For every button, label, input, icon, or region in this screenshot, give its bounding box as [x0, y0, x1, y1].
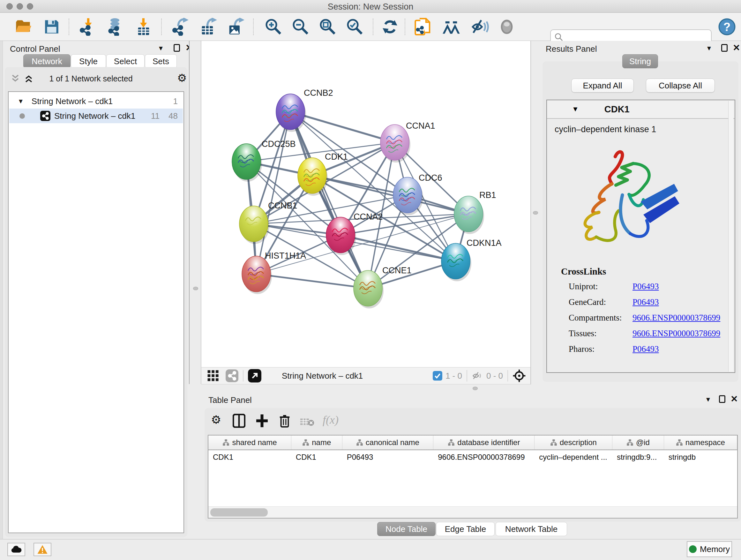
memory-button[interactable]: Memory — [687, 541, 732, 557]
network-node-HIST1H1A[interactable]: HIST1H1A — [242, 251, 306, 294]
panel-menu-icon[interactable]: ▼ — [706, 45, 712, 52]
delete-column-icon[interactable] — [279, 414, 291, 428]
warning-status-button[interactable] — [33, 543, 51, 556]
panel-float-icon[interactable] — [174, 44, 180, 52]
column-header-database-identifier[interactable]: database identifier — [433, 435, 535, 449]
tab-style[interactable]: Style — [71, 54, 106, 68]
tab-select[interactable]: Select — [106, 54, 145, 68]
crosslink-link[interactable]: 9606.ENSP00000378699 — [632, 313, 720, 323]
tab-string[interactable]: String — [622, 54, 658, 68]
copy-style-icon[interactable] — [414, 17, 433, 37]
import-network-icon[interactable] — [78, 17, 97, 37]
save-session-icon[interactable] — [42, 17, 61, 37]
export-image-icon[interactable] — [226, 17, 245, 37]
network-graph[interactable]: CCNB2CCNA1CDC25BCDK1CDC6RB1CCNB1CCNA2CDK… — [201, 41, 530, 367]
network-canvas[interactable]: CCNB2CCNA1CDC25BCDK1CDC6RB1CCNB1CCNA2CDK… — [201, 41, 530, 367]
network-node-CDKN1A[interactable]: CDKN1A — [441, 238, 502, 281]
zoom-out-icon[interactable] — [291, 17, 310, 37]
selected-nodes-checkbox-icon[interactable] — [433, 371, 442, 381]
tab-network[interactable]: Network — [23, 54, 71, 68]
expand-all-button[interactable]: Expand All — [571, 78, 634, 92]
cloud-status-button[interactable] — [7, 543, 25, 556]
table-cell[interactable]: 9606.ENSP00000378699 — [433, 450, 535, 464]
grid-view-icon[interactable] — [207, 370, 219, 382]
table-options-gear-icon[interactable]: ⚙ — [211, 413, 221, 426]
column-header-namespace[interactable]: namespace — [664, 435, 737, 449]
table-cell[interactable]: cyclin–dependent ... — [535, 450, 612, 464]
crosslink-link[interactable]: P06493 — [632, 282, 659, 292]
crosslink-link[interactable]: P06493 — [632, 344, 659, 354]
panel-float-icon[interactable] — [721, 44, 728, 52]
crosslink-link[interactable]: P06493 — [632, 297, 659, 307]
layout-refresh-icon[interactable] — [381, 17, 400, 37]
gene-collapse-icon[interactable]: ▼ — [572, 105, 579, 113]
table-cell[interactable]: stringdb — [664, 450, 737, 464]
network-node-CCNB2[interactable]: CCNB2 — [276, 88, 333, 132]
show-all-icon[interactable] — [497, 17, 516, 37]
network-node-CDC6[interactable]: CDC6 — [393, 173, 442, 215]
table-panel-title: Table Panel — [208, 395, 252, 405]
tab-sets[interactable]: Sets — [145, 54, 177, 68]
zoom-fit-icon[interactable] — [318, 17, 337, 37]
expand-all-icon[interactable] — [24, 74, 33, 83]
open-in-window-icon[interactable] — [248, 369, 261, 382]
add-column-icon[interactable] — [256, 414, 268, 428]
zoom-in-icon[interactable] — [264, 17, 283, 37]
export-network-icon[interactable] — [171, 17, 190, 37]
window-title: Session: New Session — [0, 2, 741, 12]
collapse-all-button[interactable]: Collapse All — [646, 78, 715, 92]
column-header-canonical-name[interactable]: canonical name — [342, 435, 434, 449]
crosslink-link[interactable]: 9606.ENSP00000378699 — [632, 328, 720, 338]
horizontal-splitter-handle[interactable] — [473, 387, 478, 390]
panel-close-icon[interactable]: ✕ — [731, 395, 738, 403]
search-input[interactable] — [563, 32, 708, 42]
network-node-CCNA2[interactable]: CCNA2 — [326, 212, 383, 255]
column-type-icon — [550, 439, 557, 446]
network-node-CCNE1[interactable]: CCNE1 — [354, 266, 412, 308]
show-columns-icon[interactable] — [232, 414, 246, 428]
panel-close-icon[interactable]: ✕ — [733, 44, 740, 52]
network-collection-row[interactable]: ▼ String Network – cdk1 1 — [9, 94, 183, 109]
import-database-icon[interactable] — [105, 17, 125, 37]
import-table-icon[interactable] — [134, 17, 153, 37]
birdseye-crosshair-icon[interactable] — [513, 369, 526, 382]
tab-node-table[interactable]: Node Table — [377, 522, 435, 536]
column-header--id[interactable]: @id — [612, 435, 664, 449]
hide-selected-icon[interactable] — [470, 17, 489, 37]
panel-menu-icon[interactable]: ▼ — [158, 45, 164, 52]
network-node-RB1[interactable]: RB1 — [454, 190, 496, 234]
horizontal-splitter[interactable] — [201, 384, 741, 393]
network-options-gear-icon[interactable]: ⚙ — [177, 71, 187, 84]
table-cell[interactable]: stringdb:9... — [612, 450, 664, 464]
panel-float-icon[interactable] — [719, 395, 725, 403]
help-icon[interactable]: ? — [718, 17, 737, 37]
collapse-all-icon[interactable] — [10, 74, 20, 83]
left-splitter-handle[interactable] — [193, 287, 198, 290]
table-row[interactable]: CDK1CDK1P064939606.ENSP00000378699cyclin… — [208, 450, 737, 464]
gene-card-header[interactable]: ▼ CDK1 — [547, 100, 735, 119]
export-table-icon[interactable] — [199, 17, 218, 37]
table-cell[interactable]: CDK1 — [291, 450, 342, 464]
right-splitter[interactable] — [530, 41, 540, 384]
tab-edge-table[interactable]: Edge Table — [436, 522, 495, 536]
table-hscrollbar[interactable] — [208, 506, 737, 518]
results-scrollbar[interactable] — [728, 101, 733, 372]
tab-network-table[interactable]: Network Table — [495, 522, 567, 536]
string-results-box: Expand All Collapse All ▼ CDK1 cyclin–de… — [542, 61, 738, 382]
panel-menu-icon[interactable]: ▼ — [705, 396, 711, 403]
column-header-name[interactable]: name — [291, 435, 342, 449]
left-splitter[interactable] — [189, 41, 201, 384]
network-row[interactable]: String Network – cdk1 11 48 — [9, 109, 183, 123]
table-hscrollbar-thumb[interactable] — [210, 508, 268, 516]
table-cell[interactable]: CDK1 — [208, 450, 291, 464]
collection-expand-icon[interactable]: ▼ — [17, 98, 24, 105]
open-session-icon[interactable] — [13, 17, 32, 37]
table-cell[interactable]: P06493 — [342, 450, 434, 464]
network-node-CCNA1[interactable]: CCNA1 — [381, 121, 435, 163]
column-header-shared-name[interactable]: shared name — [208, 435, 291, 449]
right-splitter-handle[interactable] — [533, 211, 538, 214]
first-neighbors-icon[interactable] — [442, 17, 461, 37]
column-header-description[interactable]: description — [535, 435, 612, 449]
zoom-selected-icon[interactable] — [345, 17, 364, 37]
network-share-icon[interactable] — [226, 369, 239, 382]
